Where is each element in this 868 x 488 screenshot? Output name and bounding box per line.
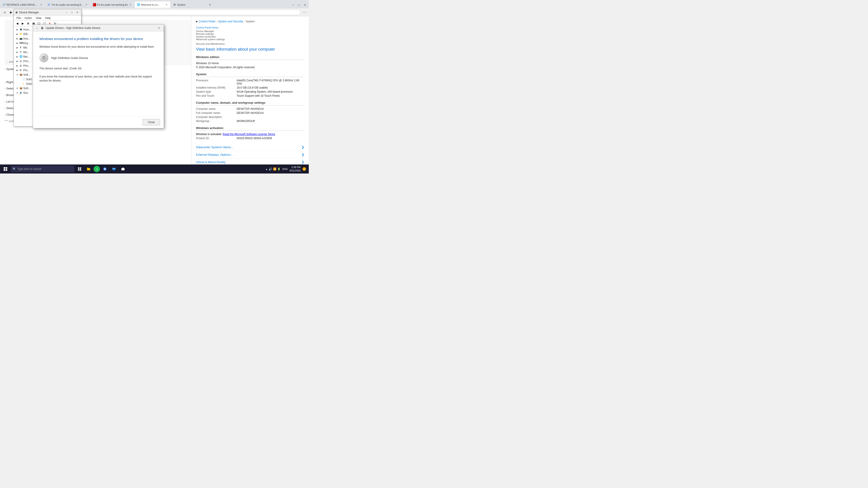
tray-battery-icon[interactable]: 🔋 <box>277 168 281 170</box>
notification-badge[interactable]: 4 <box>303 167 306 171</box>
left-nav-manager[interactable]: Device Manager <box>196 30 304 33</box>
ud-close-title-btn[interactable]: ✕ <box>156 25 162 31</box>
system-type-label: System type: <box>196 90 237 93</box>
back-button[interactable]: ◀ <box>1 9 7 15</box>
tray-up-arrow[interactable]: ▲ <box>266 168 268 170</box>
processor-row: Processor: Intel(R) Core(TM) i7-6700HQ C… <box>196 79 304 85</box>
tab-fix-audio[interactable]: G Fix for audio not working-En... ✕ <box>45 1 90 8</box>
left-nav-advanced[interactable]: Advanced system settings <box>196 38 304 41</box>
label-pro: Pro... <box>23 69 30 72</box>
expand-ide: ▶ <box>16 33 19 35</box>
dm-close-btn[interactable]: ✕ <box>75 10 80 14</box>
label-soft1: Soft... <box>23 73 30 76</box>
label-sou: Sou <box>23 91 28 94</box>
link-datacenter[interactable]: Datacenter Systems Mana... ❯ <box>196 143 304 151</box>
tray-network-icon[interactable]: 📶 <box>273 167 276 170</box>
label-prin2: Prin... <box>23 64 30 67</box>
comp-desc-label: Computer description: <box>196 116 237 119</box>
svg-rect-2 <box>4 167 5 169</box>
dm-minimize-btn[interactable]: ─ <box>64 10 69 14</box>
tab-close-welcome[interactable]: ✕ <box>165 3 168 6</box>
ram-value: 16.0 GB (15.8 GB usable) <box>237 86 268 89</box>
tray-speaker-icon[interactable]: 🔊 <box>269 167 272 171</box>
expand-soft1: ▼ <box>16 74 19 76</box>
svg-rect-8 <box>78 169 79 170</box>
new-tab-button[interactable]: + <box>207 2 213 8</box>
dm-tool-back[interactable]: ◀ <box>15 21 20 26</box>
tab-system[interactable]: 🖥 System <box>170 1 207 8</box>
left-nav-settings[interactable]: Remote settings <box>196 33 304 35</box>
label-key: Key... <box>23 41 30 45</box>
expand-soft2: ▼ <box>16 87 19 90</box>
ram-label: Installed memory (RAM): <box>196 86 237 89</box>
ud-error-heading: Windows encountered a problem installing… <box>39 37 157 41</box>
tab-close-fix-audio[interactable]: ✕ <box>85 3 88 6</box>
search-icon: 🔍 <box>13 167 16 170</box>
browser-minimize-btn[interactable]: ─ <box>290 2 296 8</box>
left-nav-maintenance[interactable]: Security and Maintenance <box>196 42 304 45</box>
icon-sub2: ⚠ <box>22 82 25 86</box>
left-nav-home[interactable]: Control Panel Home <box>196 26 304 29</box>
taskbar-time-display[interactable]: 2:38 PM 8/31/2020 <box>289 166 301 173</box>
mail-btn[interactable] <box>110 165 118 173</box>
chrome-btn[interactable] <box>101 165 109 173</box>
product-id-value: 00325-95915-38303-AAOEM <box>237 137 272 140</box>
expand-ima: ▶ <box>16 37 19 40</box>
tab-close-retatack[interactable]: ✕ <box>39 3 43 6</box>
pen-touch-row: Pen and Touch: Touch Support with 10 Tou… <box>196 94 304 97</box>
update-drivers-body: Windows encountered a problem installing… <box>33 31 164 116</box>
activated-text: Windows is activated <box>196 133 221 136</box>
dm-tool-forward[interactable]: ▶ <box>20 21 25 26</box>
breadcrumb-current: System <box>246 20 255 23</box>
ud-error-code-text: This device cannot start. (Code 10) <box>39 67 157 70</box>
license-link[interactable]: Read the Microsoft Software License Term… <box>223 133 275 136</box>
breadcrumb-control-panel[interactable]: Control Panel <box>199 20 215 23</box>
windows-edition-title: Windows edition <box>196 55 304 60</box>
activation-section: Windows activation Windows is activated … <box>196 126 304 140</box>
icon-net: 🌐 <box>20 55 23 58</box>
taskbar-search-box[interactable]: 🔍 Type here to search <box>11 166 74 172</box>
ram-row: Installed memory (RAM): 16.0 GB (15.8 GB… <box>196 86 304 89</box>
browser-close-btn[interactable]: ✕ <box>302 2 308 8</box>
file-explorer-btn[interactable] <box>85 165 93 173</box>
icon-hum: 💻 <box>20 28 23 31</box>
extensions-btn[interactable]: ⋯ <box>302 9 307 15</box>
tab-fix-audio-2[interactable]: L Fix for audio not working-En ✕ <box>90 1 134 8</box>
expand-pro: ▶ <box>16 69 19 71</box>
link-external-displays-label: External Displays, Options... <box>196 153 233 156</box>
system-panel: ▶ Control Panel › System and Security › … <box>191 16 309 164</box>
chevron-external-displays: ❯ <box>302 153 304 156</box>
tab-retatack[interactable]: 🔗 RETATACK LAND DRIVER UP... ✕ <box>0 1 45 8</box>
dm-maximize-btn[interactable]: □ <box>69 10 74 14</box>
workgroup-row: Workgroup: WORKGROUP <box>196 120 304 123</box>
camera-btn[interactable] <box>119 165 127 173</box>
system-type-row: System type: 64-bit Operating System, x6… <box>196 90 304 93</box>
icon-mic: 🎙 <box>20 46 23 49</box>
dm-tool-computer[interactable]: 🖥 <box>26 21 31 26</box>
browser-maximize-btn[interactable]: □ <box>296 2 302 8</box>
label-soft2: Soft... <box>23 87 30 90</box>
label-sub1: Sub1 <box>26 78 32 81</box>
breadcrumb-system-security[interactable]: System and Security <box>218 20 243 23</box>
tab-welcome[interactable]: 🌐 Welcome to Le... ✕ <box>134 1 170 8</box>
dm-menu-file[interactable]: File <box>15 16 23 20</box>
workgroup-value: WORKGROUP <box>237 120 255 123</box>
expand-mic: ▶ <box>16 46 19 49</box>
dm-menu-view[interactable]: View <box>34 16 43 20</box>
tab-title-fix-audio: Fix for audio not working-En... <box>52 3 84 6</box>
dm-menu-action[interactable]: Action <box>23 16 34 20</box>
forward-button[interactable]: ▶ <box>8 9 14 15</box>
ud-close-dialog-button[interactable]: Close <box>143 119 160 125</box>
ud-title-icon: 🖥 <box>41 26 44 30</box>
left-nav-protection[interactable]: System protection <box>196 35 304 38</box>
tab-close-fix-audio-2[interactable]: ✕ <box>129 3 132 6</box>
link-external-displays[interactable]: External Displays, Options... ❯ <box>196 151 304 158</box>
label-hum: Hum... <box>23 28 31 31</box>
ud-device-icon <box>39 53 49 62</box>
ud-back-button[interactable]: ‹ <box>35 26 39 30</box>
link-virtual-reality[interactable]: Virtual & Mixed Reality ❯ <box>196 158 304 164</box>
dm-menu-help[interactable]: Help <box>43 16 53 20</box>
task-view-btn[interactable] <box>75 165 84 173</box>
start-button[interactable] <box>1 164 10 173</box>
spotify-btn[interactable]: ♫ <box>94 166 100 172</box>
